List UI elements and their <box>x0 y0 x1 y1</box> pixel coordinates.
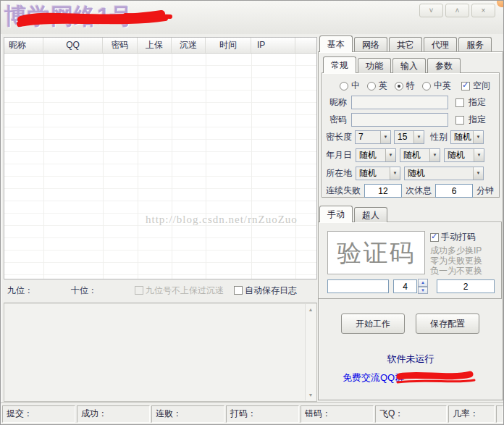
specify-password-label: 指定 <box>469 114 486 126</box>
space-checkbox[interactable] <box>461 82 470 91</box>
birth-month-dropdown[interactable]: 随机 ▼ <box>400 148 440 162</box>
radio-english-label[interactable]: 英 <box>379 80 387 92</box>
captcha-input-row: ▲ ▼ <box>327 279 495 294</box>
tab-superman[interactable]: 超人 <box>354 207 387 222</box>
qq-group-link[interactable]: 免费交流QQ群 <box>343 371 404 384</box>
chevron-down-icon[interactable]: ▼ <box>390 167 400 180</box>
checkbox-icon <box>135 286 143 295</box>
scroll-down-icon[interactable]: ▼ <box>306 390 316 400</box>
password-length-label: 密长度 <box>326 131 352 143</box>
column-header-spacer <box>295 38 316 53</box>
captcha-answer-input[interactable] <box>327 279 389 293</box>
hint-line-3: 负一为不更换 <box>430 266 482 276</box>
radio-selected-icon[interactable] <box>395 82 403 91</box>
close-button[interactable]: × <box>471 4 495 17</box>
rest-count-input[interactable] <box>435 184 473 198</box>
dropdown-value: 15 <box>395 131 413 143</box>
count-input[interactable] <box>393 279 417 293</box>
column-header-limit[interactable]: 沉迷 <box>172 38 206 53</box>
spinner-up-icon[interactable]: ▲ <box>418 279 428 287</box>
location-province-dropdown[interactable]: 随机 ▼ <box>356 167 400 180</box>
radio-icon[interactable] <box>367 82 376 91</box>
dropdown-value: 随机 <box>356 167 390 180</box>
tab-other[interactable]: 其它 <box>389 37 422 52</box>
chevron-down-icon[interactable]: ▼ <box>474 149 484 161</box>
count-spinner[interactable]: ▲ ▼ <box>418 279 428 294</box>
password-row: 密码 指定 <box>329 113 486 127</box>
status-submit: 提交： <box>2 405 75 423</box>
subtab-function[interactable]: 功能 <box>358 58 391 73</box>
column-header-password[interactable]: 密码 <box>103 38 138 53</box>
save-config-button[interactable]: 保存配置 <box>416 314 479 334</box>
tab-network[interactable]: 网络 <box>354 37 387 52</box>
column-header-time[interactable]: 时间 <box>206 38 251 53</box>
location-city-dropdown[interactable]: 随机 ▼ <box>404 167 484 180</box>
password-input[interactable] <box>351 113 448 127</box>
radio-icon[interactable] <box>340 82 348 91</box>
autosave-log-label: 自动保存日志 <box>245 285 297 297</box>
ip-change-input[interactable] <box>437 279 495 293</box>
charset-radio-row: 中 英 特 中英 空间 <box>340 80 490 92</box>
nine-no-protect-checkbox[interactable]: 九位号不上保过沉迷 <box>135 285 224 297</box>
chevron-down-icon[interactable]: ▼ <box>429 149 440 161</box>
gender-dropdown[interactable]: 随机 ▼ <box>450 130 484 144</box>
subtab-input[interactable]: 输入 <box>392 58 426 73</box>
subtab-params[interactable]: 参数 <box>427 58 461 73</box>
corner-decoration <box>497 0 504 7</box>
password-length-min-dropdown[interactable]: 7 ▼ <box>355 130 391 144</box>
chevron-down-icon[interactable]: ▼ <box>413 131 424 143</box>
chevron-down-icon[interactable]: ▼ <box>473 131 483 143</box>
column-header-qq[interactable]: QQ <box>43 38 103 53</box>
spinner-down-icon[interactable]: ▼ <box>418 287 428 295</box>
tab-basic[interactable]: 基本 <box>319 35 353 52</box>
status-captcha: 打码： <box>226 405 299 423</box>
log-output-box[interactable]: ▲ ▼ <box>4 303 317 402</box>
chevron-down-icon[interactable]: ▼ <box>380 131 390 143</box>
table-header[interactable]: 昵称 QQ 密码 上保 沉迷 时间 IP <box>4 38 316 54</box>
account-table[interactable]: 昵称 QQ 密码 上保 沉迷 时间 IP <box>4 37 317 279</box>
minimize-button[interactable]: ˅ <box>419 4 443 17</box>
location-label: 所在地 <box>326 167 352 180</box>
fail-count-input[interactable] <box>364 184 402 198</box>
tab-proxy[interactable]: 代理 <box>424 37 457 52</box>
start-work-button[interactable]: 开始工作 <box>341 314 405 334</box>
specify-password-checkbox[interactable] <box>455 116 464 125</box>
autosave-log-checkbox[interactable]: 自动保存日志 <box>234 285 297 297</box>
chevron-down-icon[interactable]: ▼ <box>385 149 395 161</box>
dropdown-value: 7 <box>356 131 380 143</box>
dropdown-value: 随机 <box>445 149 474 161</box>
manual-code-label[interactable]: 手动打码 <box>441 231 476 243</box>
table-body[interactable] <box>4 54 316 279</box>
column-header-nickname[interactable]: 昵称 <box>4 38 43 53</box>
manual-tab-page: 验证码 手动打码 成功多少换IP 零为失败更换 负一为不更换 ▲ ▼ <box>318 222 502 299</box>
tab-manual[interactable]: 手动 <box>319 206 353 222</box>
dropdown-value: 随机 <box>356 149 385 161</box>
status-bar: 提交： 成功： 连败： 打码： 错码： 飞Q： 几率： <box>2 405 503 423</box>
subtab-general[interactable]: 常规 <box>323 56 356 73</box>
hint-line-2: 零为失败更换 <box>430 256 482 266</box>
column-header-protect[interactable]: 上保 <box>138 38 172 53</box>
statusbar-divider <box>1 403 504 404</box>
general-subtab-page: 中 英 特 中英 空间 昵称 指定 密码 <box>322 72 500 198</box>
birth-year-dropdown[interactable]: 随机 ▼ <box>356 148 396 162</box>
tab-service[interactable]: 服务 <box>458 37 492 52</box>
column-header-ip[interactable]: IP <box>251 38 295 53</box>
captcha-image[interactable]: 验证码 <box>327 231 425 274</box>
sub-tab-strip: 常规 功能 输入 参数 <box>323 56 462 73</box>
password-length-max-dropdown[interactable]: 15 ▼ <box>394 130 424 144</box>
specify-nickname-checkbox[interactable] <box>455 98 464 107</box>
log-scrollbar[interactable]: ▲ ▼ <box>305 304 316 400</box>
maximize-button[interactable]: ˄ <box>445 4 469 17</box>
birth-day-dropdown[interactable]: 随机 ▼ <box>444 148 484 162</box>
radio-icon[interactable] <box>422 82 431 91</box>
nickname-input[interactable] <box>351 96 448 109</box>
chevron-down-icon[interactable]: ▼ <box>473 167 483 180</box>
scroll-up-icon[interactable]: ▲ <box>306 304 316 315</box>
dropdown-value: 随机 <box>451 131 473 143</box>
radio-mixed-label[interactable]: 中英 <box>434 80 451 92</box>
radio-special-label[interactable]: 特 <box>406 80 415 92</box>
radio-chinese-label[interactable]: 中 <box>351 80 360 92</box>
space-label[interactable]: 空间 <box>473 80 490 92</box>
manual-code-checkbox[interactable] <box>430 233 439 242</box>
status-losestreak: 连败： <box>151 405 224 423</box>
